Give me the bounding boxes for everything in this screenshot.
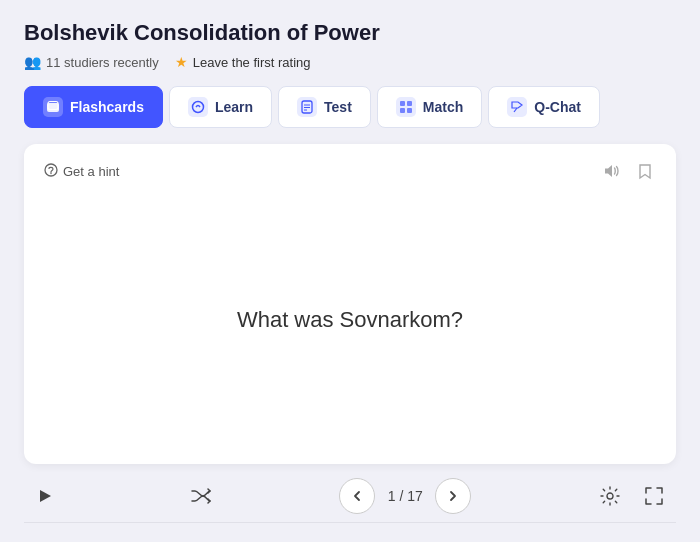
learn-icon: [188, 97, 208, 117]
rating-link[interactable]: Leave the first rating: [193, 55, 311, 70]
next-button[interactable]: [435, 478, 471, 514]
svg-point-2: [192, 102, 203, 113]
shuffle-button[interactable]: [183, 484, 219, 508]
play-button[interactable]: [28, 483, 62, 509]
svg-marker-13: [40, 490, 51, 502]
card-top-bar: Get a hint: [44, 160, 656, 182]
studiers-info: 👥 11 studiers recently: [24, 54, 159, 70]
tab-flashcards-label: Flashcards: [70, 99, 144, 115]
settings-button[interactable]: [592, 482, 628, 510]
qchat-icon: [507, 97, 527, 117]
card-body: What was Sovnarkom?: [44, 190, 656, 450]
svg-rect-7: [400, 101, 405, 106]
tab-match-label: Match: [423, 99, 463, 115]
star-icon: ★: [175, 54, 188, 70]
meta-row: 👥 11 studiers recently ★ Leave the first…: [24, 54, 676, 70]
svg-point-12: [45, 164, 57, 176]
test-icon: [297, 97, 317, 117]
bottom-controls: 1 / 17: [24, 464, 676, 518]
flashcards-icon: [43, 97, 63, 117]
svg-rect-8: [407, 101, 412, 106]
hint-label: Get a hint: [63, 164, 119, 179]
right-controls: [592, 482, 672, 510]
flashcard[interactable]: Get a hint What was Sovnarkom?: [24, 144, 676, 464]
tab-qchat[interactable]: Q-Chat: [488, 86, 600, 128]
tab-test-label: Test: [324, 99, 352, 115]
tab-qchat-label: Q-Chat: [534, 99, 581, 115]
tab-learn[interactable]: Learn: [169, 86, 272, 128]
svg-rect-10: [407, 108, 412, 113]
card-question: What was Sovnarkom?: [237, 307, 463, 333]
divider: [24, 522, 676, 523]
hint-icon: [44, 163, 58, 180]
match-icon: [396, 97, 416, 117]
page-title: Bolshevik Consolidation of Power: [24, 20, 676, 46]
tab-match[interactable]: Match: [377, 86, 482, 128]
audio-button[interactable]: [600, 160, 622, 182]
nav-group: 1 / 17: [339, 478, 471, 514]
card-top-actions: [600, 160, 656, 182]
card-counter: 1 / 17: [385, 488, 425, 504]
svg-point-14: [607, 493, 613, 499]
tab-learn-label: Learn: [215, 99, 253, 115]
tab-flashcards[interactable]: Flashcards: [24, 86, 163, 128]
tab-test[interactable]: Test: [278, 86, 371, 128]
studiers-text: 11 studiers recently: [46, 55, 159, 70]
svg-rect-0: [47, 103, 59, 112]
svg-rect-9: [400, 108, 405, 113]
rating-info[interactable]: ★ Leave the first rating: [175, 54, 311, 70]
prev-button[interactable]: [339, 478, 375, 514]
fullscreen-button[interactable]: [636, 482, 672, 510]
bookmark-button[interactable]: [634, 160, 656, 182]
hint-button[interactable]: Get a hint: [44, 163, 119, 180]
tabs-row: Flashcards Learn Test: [24, 86, 676, 128]
people-icon: 👥: [24, 54, 41, 70]
